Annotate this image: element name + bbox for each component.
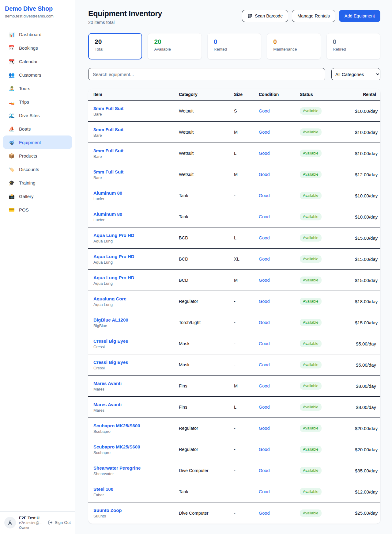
- condition-link[interactable]: Good: [259, 299, 300, 304]
- item-brand: Luxfer: [93, 218, 179, 222]
- category-cell: Regulator: [179, 426, 234, 431]
- sidebar-item-trips[interactable]: 🚤 Trips: [3, 95, 72, 109]
- stat-card-maintenance[interactable]: 0 Maintenance: [267, 33, 321, 59]
- category-select[interactable]: All Categories: [331, 68, 380, 80]
- sidebar-item-boats[interactable]: ⛵ Boats: [3, 122, 72, 135]
- item-cell: Aqua Lung Pro HD Aqua Lung: [93, 233, 179, 243]
- condition-link[interactable]: Good: [259, 426, 300, 431]
- user-name: E2E Test U...: [19, 516, 45, 520]
- sidebar-item-products[interactable]: 📦 Products: [3, 149, 72, 162]
- item-name-link[interactable]: 5mm Full Suit: [93, 169, 179, 174]
- condition-link[interactable]: Good: [259, 511, 300, 516]
- condition-link[interactable]: Good: [259, 489, 300, 494]
- table-row-aluminum-80: Aluminum 80 Luxfer Tank - Good Available…: [88, 206, 380, 227]
- sign-out-button[interactable]: Sign Out: [48, 520, 71, 525]
- search-input[interactable]: [88, 68, 325, 80]
- item-name-link[interactable]: Shearwater Peregrine: [93, 465, 179, 471]
- condition-link[interactable]: Good: [259, 362, 300, 367]
- item-name-link[interactable]: Aluminum 80: [93, 190, 179, 196]
- sidebar-item-label: Dashboard: [19, 32, 41, 37]
- table-row-mares-avanti: Mares Avanti Mares Fins L Good Available…: [88, 397, 380, 418]
- size-cell: M: [234, 130, 259, 135]
- item-name-link[interactable]: Aqua Lung Pro HD: [93, 233, 179, 238]
- item-brand: Aqua Lung: [93, 302, 179, 307]
- item-name-link[interactable]: Cressi Big Eyes: [93, 338, 179, 344]
- condition-link[interactable]: Good: [259, 278, 300, 283]
- sailboat-icon: ⛵: [9, 126, 15, 132]
- item-name-link[interactable]: Cressi Big Eyes: [93, 360, 179, 365]
- manage-rentals-button[interactable]: Manage Rentals: [292, 10, 335, 22]
- stat-card-available[interactable]: 20 Available: [148, 33, 202, 59]
- sidebar-item-bookings[interactable]: 📅 Bookings: [3, 41, 72, 55]
- condition-link[interactable]: Good: [259, 193, 300, 198]
- item-name-link[interactable]: 3mm Full Suit: [93, 148, 179, 153]
- category-cell: Tank: [179, 193, 234, 198]
- rental-cell: $5.00/day: [355, 362, 376, 368]
- sidebar-item-label: Training: [19, 180, 36, 185]
- item-name-link[interactable]: Scubapro MK25/S600: [93, 423, 179, 428]
- condition-link[interactable]: Good: [259, 383, 300, 388]
- condition-link[interactable]: Good: [259, 468, 300, 473]
- sidebar-item-customers[interactable]: 👥 Customers: [3, 68, 72, 82]
- item-name-link[interactable]: BigBlue AL1200: [93, 317, 179, 322]
- equipment-table: Item Category Size Condition Status Rent…: [88, 89, 380, 524]
- condition-link[interactable]: Good: [259, 405, 300, 410]
- status-cell: Available: [300, 319, 355, 326]
- stat-card-retired[interactable]: 0 Retired: [326, 33, 380, 59]
- shop-name[interactable]: Demo Dive Shop: [5, 5, 70, 12]
- add-equipment-button[interactable]: Add Equipment: [339, 10, 380, 22]
- rental-cell: $15.00/day: [355, 235, 378, 241]
- item-name-link[interactable]: Aqualung Core: [93, 296, 179, 301]
- sidebar-item-calendar[interactable]: 📆 Calendar: [3, 55, 72, 68]
- size-cell: L: [234, 405, 259, 410]
- item-name-link[interactable]: 3mm Full Suit: [93, 127, 179, 132]
- condition-link[interactable]: Good: [259, 130, 300, 135]
- item-name-link[interactable]: Mares Avanti: [93, 381, 179, 386]
- stat-card-total[interactable]: 20 Total: [88, 33, 142, 59]
- item-name-link[interactable]: Aqua Lung Pro HD: [93, 275, 179, 280]
- size-cell: -: [234, 426, 259, 431]
- stat-card-rented[interactable]: 0 Rented: [207, 33, 261, 59]
- item-name-link[interactable]: Scubapro MK25/S600: [93, 444, 179, 449]
- sidebar-item-discounts[interactable]: 🏷️ Discounts: [3, 162, 72, 176]
- wave-icon: 🌊: [9, 113, 15, 118]
- rental-cell: $10.00/day: [355, 151, 378, 156]
- item-name-link[interactable]: Suunto Zoop: [93, 508, 179, 513]
- condition-link[interactable]: Good: [259, 172, 300, 177]
- sidebar-item-pos[interactable]: 💳 POS: [3, 203, 72, 216]
- speedboat-icon: 🚤: [9, 99, 15, 105]
- sidebar-item-dashboard[interactable]: 📊 Dashboard: [3, 28, 72, 41]
- status-badge: Available: [300, 277, 322, 284]
- condition-link[interactable]: Good: [259, 151, 300, 156]
- sidebar-item-gallery[interactable]: 📸 Gallery: [3, 189, 72, 203]
- status-cell: Available: [300, 255, 355, 263]
- condition-link[interactable]: Good: [259, 447, 300, 452]
- sign-out-icon: [48, 520, 53, 525]
- condition-link[interactable]: Good: [259, 257, 300, 261]
- item-name-link[interactable]: Aluminum 80: [93, 212, 179, 217]
- category-cell: Dive Computer: [179, 468, 234, 473]
- condition-link[interactable]: Good: [259, 235, 300, 240]
- item-name-link[interactable]: Steel 100: [93, 486, 179, 492]
- item-name-link[interactable]: Mares Avanti: [93, 402, 179, 407]
- table-row-cressi-big-eyes: Cressi Big Eyes Cressi Mask - Good Avail…: [88, 333, 380, 354]
- condition-link[interactable]: Good: [259, 320, 300, 325]
- item-name-link[interactable]: Aqua Lung Pro HD: [93, 254, 179, 259]
- camera-icon: 📸: [9, 193, 15, 199]
- sidebar-item-equipment[interactable]: 🤿 Equipment: [3, 135, 72, 149]
- condition-link[interactable]: Good: [259, 109, 300, 113]
- scan-barcode-button[interactable]: Scan Barcode: [242, 10, 288, 22]
- sidebar-item-dive-sites[interactable]: 🌊 Dive Sites: [3, 109, 72, 122]
- sidebar-item-tours[interactable]: 🏝️ Tours: [3, 82, 72, 95]
- condition-link[interactable]: Good: [259, 341, 300, 346]
- barcode-scan-icon: [247, 13, 252, 18]
- item-name-link[interactable]: 3mm Full Suit: [93, 106, 179, 111]
- status-cell: Available: [300, 234, 355, 242]
- item-cell: Cressi Big Eyes Cressi: [93, 360, 179, 370]
- condition-link[interactable]: Good: [259, 214, 300, 219]
- sidebar: Demo Dive Shop demo.test.divestreams.com…: [0, 0, 75, 534]
- item-cell: Shearwater Peregrine Shearwater: [93, 465, 179, 476]
- sidebar-item-training[interactable]: 🎓 Training: [3, 176, 72, 189]
- size-cell: -: [234, 489, 259, 494]
- item-cell: Scubapro MK25/S600 Scubapro: [93, 423, 179, 434]
